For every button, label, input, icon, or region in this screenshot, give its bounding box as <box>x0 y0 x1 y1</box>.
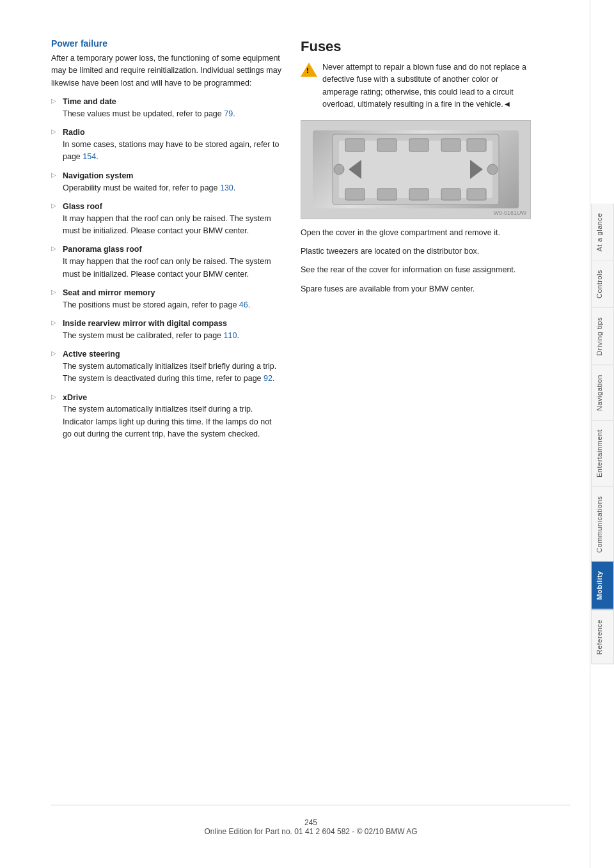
svg-rect-7 <box>345 189 365 200</box>
right-column: Fuses Never attempt to repair a blown fu… <box>301 38 531 786</box>
list-item-content: Glass roof It may happen that the roof c… <box>63 201 281 238</box>
svg-rect-6 <box>467 139 486 151</box>
tab-driving-tips[interactable]: Driving tips <box>591 308 614 365</box>
fuses-para3: See the rear of the cover for informatio… <box>301 264 531 276</box>
item-title: Active steering <box>63 350 120 359</box>
fuses-para4: Spare fuses are available from your BMW … <box>301 283 531 295</box>
page-container: Power failure After a temporary power lo… <box>0 0 614 868</box>
item-title: Radio <box>63 128 85 137</box>
svg-point-13 <box>487 164 498 174</box>
list-item: ▷ Navigation system Operability must be … <box>51 170 281 194</box>
svg-rect-2 <box>345 139 365 151</box>
list-item-content: Panorama glass roof It may happen that t… <box>63 244 281 281</box>
warning-box: Never attempt to repair a blown fuse and… <box>301 61 531 111</box>
item-title: xDrive <box>63 393 87 402</box>
fuse-image-inner <box>313 130 519 208</box>
tab-entertainment[interactable]: Entertainment <box>591 421 614 487</box>
list-item: ▷ Radio In some cases, stations may have… <box>51 127 281 164</box>
warning-text: Never attempt to repair a blown fuse and… <box>322 61 531 111</box>
tab-navigation[interactable]: Navigation <box>591 366 614 421</box>
list-item: ▷ xDrive The system automatically initia… <box>51 392 281 441</box>
page-ref-link[interactable]: 154 <box>83 152 96 161</box>
list-arrow-icon: ▷ <box>51 393 58 400</box>
page-ref-link[interactable]: 46 <box>239 300 248 309</box>
tab-controls[interactable]: Controls <box>591 261 614 308</box>
item-desc: In some cases, stations may have to be s… <box>63 140 279 161</box>
tab-at-a-glance[interactable]: At a glance <box>591 204 614 261</box>
list-arrow-icon: ▷ <box>51 350 58 357</box>
list-arrow-icon: ▷ <box>51 202 58 209</box>
fuse-box-svg <box>326 131 505 208</box>
item-desc: Operability must be waited for, refer to… <box>63 183 235 192</box>
list-item: ▷ Time and date These values must be upd… <box>51 96 281 120</box>
list-item: ▷ Seat and mirror memory The positions m… <box>51 287 281 311</box>
item-desc: These values must be updated, refer to p… <box>63 109 235 118</box>
list-arrow-icon: ▷ <box>51 128 58 135</box>
fuses-para2: Plastic tweezers are located on the dist… <box>301 245 531 258</box>
list-item-content: Navigation system Operability must be wa… <box>63 170 281 194</box>
main-content: Power failure After a temporary power lo… <box>0 0 590 868</box>
svg-rect-9 <box>409 189 429 200</box>
intro-text: After a temporary power loss, the functi… <box>51 52 281 89</box>
tab-mobility[interactable]: Mobility <box>591 562 614 610</box>
right-sidebar: At a glance Controls Driving tips Naviga… <box>590 0 614 868</box>
page-ref-link[interactable]: 92 <box>264 374 272 383</box>
page-ref-link[interactable]: 79 <box>224 109 233 118</box>
item-desc: The system must be calibrated, refer to … <box>63 331 239 340</box>
item-title: Time and date <box>63 97 116 106</box>
left-column: Power failure After a temporary power lo… <box>51 38 281 786</box>
svg-rect-3 <box>377 139 397 151</box>
list-arrow-icon: ▷ <box>51 171 58 178</box>
footer-text: Online Edition for Part no. 01 41 2 604 … <box>204 827 417 836</box>
power-failure-heading: Power failure <box>51 38 281 49</box>
fuse-image: W0-0161UW <box>301 120 531 219</box>
item-desc: The positions must be stored again, refe… <box>63 300 250 309</box>
item-title: Inside rearview mirror with digital comp… <box>63 319 227 328</box>
page-ref-link[interactable]: 110 <box>224 331 237 340</box>
list-item-content: Time and date These values must be updat… <box>63 96 281 120</box>
item-desc: The system automatically initializes its… <box>63 405 272 438</box>
item-title: Navigation system <box>63 171 133 180</box>
list-arrow-icon: ▷ <box>51 288 58 295</box>
item-title: Panorama glass roof <box>63 245 142 254</box>
list-item: ▷ Panorama glass roof It may happen that… <box>51 244 281 281</box>
list-item-content: Radio In some cases, stations may have t… <box>63 127 281 164</box>
svg-point-12 <box>334 164 344 174</box>
item-title: Glass roof <box>63 202 102 211</box>
item-title: Seat and mirror memory <box>63 288 155 297</box>
list-item: ▷ Inside rearview mirror with digital co… <box>51 318 281 342</box>
fuses-para1: Open the cover in the glove compartment … <box>301 227 531 239</box>
list-arrow-icon: ▷ <box>51 319 58 326</box>
list-item-content: Seat and mirror memory The positions mus… <box>63 287 281 311</box>
list-arrow-icon: ▷ <box>51 245 58 252</box>
list-item: ▷ Glass roof It may happen that the roof… <box>51 201 281 238</box>
item-desc: It may happen that the roof can only be … <box>63 257 271 278</box>
list-item-content: Inside rearview mirror with digital comp… <box>63 318 281 342</box>
list-item: ▷ Active steering The system automatical… <box>51 348 281 385</box>
tab-reference[interactable]: Reference <box>591 610 614 664</box>
warning-triangle-icon <box>301 63 317 77</box>
item-desc: The system automatically initializes its… <box>63 362 276 383</box>
tab-communications[interactable]: Communications <box>591 487 614 562</box>
page-footer: 245 Online Edition for Part no. 01 41 2 … <box>51 805 571 842</box>
svg-rect-4 <box>409 139 429 151</box>
svg-rect-10 <box>441 189 460 200</box>
list-item-content: xDrive The system automatically initiali… <box>63 392 281 441</box>
svg-rect-11 <box>467 189 486 200</box>
items-list: ▷ Time and date These values must be upd… <box>51 96 281 440</box>
item-desc: It may happen that the roof can only be … <box>63 214 271 235</box>
list-item-content: Active steering The system automatically… <box>63 348 281 385</box>
list-arrow-icon: ▷ <box>51 97 58 104</box>
svg-rect-8 <box>377 189 397 200</box>
page-ref-link[interactable]: 130 <box>220 183 233 192</box>
two-col-layout: Power failure After a temporary power lo… <box>51 38 571 786</box>
fuses-heading: Fuses <box>301 38 531 55</box>
page-number: 245 <box>304 818 317 827</box>
svg-rect-5 <box>441 139 460 151</box>
watermark-text: W0-0161UW <box>493 210 526 216</box>
